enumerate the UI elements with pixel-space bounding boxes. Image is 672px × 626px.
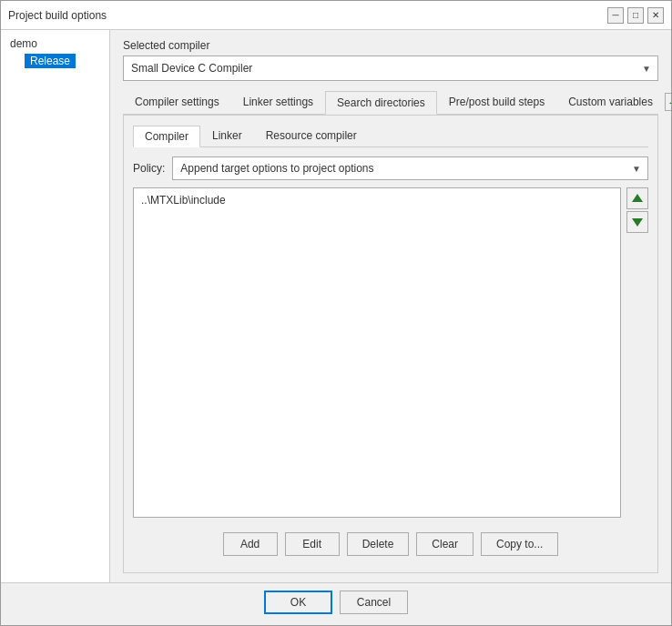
- right-panel: Selected compiler Small Device C Compile…: [110, 30, 671, 582]
- add-button[interactable]: Add: [223, 532, 278, 556]
- tab-compiler-settings[interactable]: Compiler settings: [123, 90, 231, 114]
- sub-tab-linker[interactable]: Linker: [200, 125, 254, 146]
- cancel-button[interactable]: Cancel: [340, 591, 408, 614]
- tab-search-directories[interactable]: Search directories: [325, 91, 437, 115]
- compiler-select-wrapper[interactable]: Small Device C Compiler: [123, 56, 658, 81]
- delete-button[interactable]: Delete: [347, 532, 410, 556]
- policy-row: Policy: Append target options to project…: [133, 156, 648, 180]
- copy-to-button[interactable]: Copy to...: [481, 532, 558, 556]
- minimize-button[interactable]: ─: [607, 7, 624, 24]
- tab-linker-settings[interactable]: Linker settings: [231, 90, 325, 114]
- list-item[interactable]: ..\MTXLib\include: [137, 192, 616, 208]
- tree-child-label[interactable]: Release: [25, 54, 76, 68]
- title-bar: Project build options ─ □ ✕: [1, 1, 671, 30]
- move-down-button[interactable]: [626, 211, 648, 233]
- directory-area: ..\MTXLib\include: [133, 187, 648, 518]
- tab-pre-post-build[interactable]: Pre/post build steps: [437, 90, 556, 114]
- maximize-button[interactable]: □: [627, 7, 644, 24]
- down-arrow-icon: [631, 216, 644, 228]
- svg-marker-0: [632, 194, 643, 202]
- move-up-button[interactable]: [626, 187, 648, 209]
- close-button[interactable]: ✕: [647, 7, 664, 24]
- ok-cancel-row: OK Cancel: [1, 582, 671, 625]
- project-build-options-window: Project build options ─ □ ✕ demo Release…: [0, 0, 672, 626]
- compiler-select[interactable]: Small Device C Compiler: [123, 56, 658, 81]
- sub-tab-resource-compiler[interactable]: Resource compiler: [254, 125, 369, 146]
- svg-marker-1: [632, 218, 643, 227]
- ok-button[interactable]: OK: [264, 591, 332, 614]
- policy-select[interactable]: Append target options to project options…: [172, 156, 648, 180]
- tab-custom-variables[interactable]: Custom variables: [556, 90, 665, 114]
- policy-label: Policy:: [133, 162, 165, 175]
- sub-tab-compiler[interactable]: Compiler: [133, 126, 200, 147]
- compiler-label: Selected compiler: [123, 39, 658, 52]
- edit-button[interactable]: Edit: [285, 532, 340, 556]
- action-buttons: Add Edit Delete Clear Copy to...: [133, 525, 648, 563]
- tab-scroll-buttons: ◀ ▶: [665, 93, 671, 111]
- left-panel: demo Release: [1, 30, 110, 582]
- content-area: Compiler Linker Resource compiler Policy…: [123, 115, 658, 573]
- tree-child-item[interactable]: Release: [6, 52, 104, 70]
- sub-tabs-row: Compiler Linker Resource compiler: [133, 125, 648, 147]
- tab-scroll-prev-button[interactable]: ◀: [665, 93, 671, 111]
- window-title: Project build options: [8, 9, 107, 22]
- title-bar-controls: ─ □ ✕: [607, 7, 664, 24]
- directory-list[interactable]: ..\MTXLib\include: [133, 187, 621, 518]
- up-arrow-icon: [631, 192, 644, 205]
- policy-select-wrapper[interactable]: Append target options to project options…: [172, 156, 648, 180]
- clear-button[interactable]: Clear: [416, 532, 473, 556]
- updown-buttons: [626, 187, 648, 518]
- window-body: demo Release Selected compiler Small Dev…: [1, 30, 671, 582]
- tree-root-item[interactable]: demo: [6, 35, 104, 52]
- main-tabs-row: Compiler settings Linker settings Search…: [123, 90, 658, 115]
